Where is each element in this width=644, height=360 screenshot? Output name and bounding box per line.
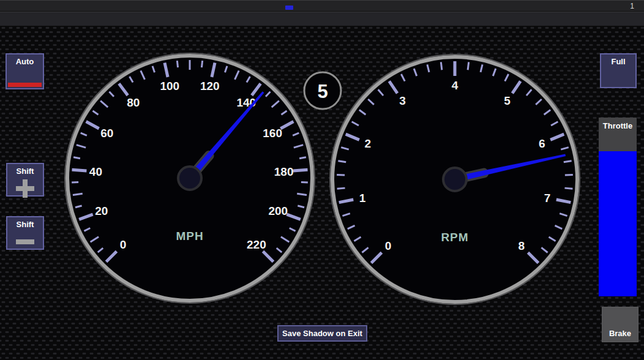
speedometer-scale-number: 80 [127,96,140,109]
tachometer-scale-number: 6 [539,137,545,150]
tachometer-needle [454,151,566,184]
status-counter: 1 [630,1,634,11]
speedometer-scale-number: 120 [200,80,220,92]
tachometer-scale-number: 5 [504,94,511,107]
shift-down-button[interactable]: Shift [6,216,44,250]
full-button-label: Full [601,57,635,66]
gear-value: 5 [317,81,328,102]
tachometer-scale-number: 3 [399,94,406,107]
tachometer-scale-number: 4 [452,79,459,92]
speedometer-scale-number: 180 [274,165,294,178]
throttle-bar[interactable]: Throttle [599,118,637,296]
speedometer-scale-number: 220 [247,238,266,251]
auto-button-label: Auto [7,57,43,66]
brake-button-label: Brake [602,329,638,338]
shift-up-button[interactable]: Shift [6,163,44,197]
speedometer-scale-number: 60 [100,127,113,140]
shift-up-label: Shift [7,167,43,176]
auto-active-indicator [8,83,42,87]
tachometer-scale-number: 2 [364,137,371,150]
status-bar: 1 [0,0,644,12]
full-button[interactable]: Full [600,53,637,88]
speedometer-scale-number: 140 [236,96,256,109]
tachometer-unit-label: RPM [441,231,468,244]
tachometer-scale-number: 7 [544,192,551,204]
gear-indicator: 5 [304,72,341,109]
tachometer-hub [443,168,466,191]
tachometer-scale-number: 1 [359,192,366,204]
speedometer-gauge: 020406080100120140160180200220MPH [65,53,315,303]
throttle-label: Throttle [599,121,637,130]
brake-button[interactable]: Brake [602,307,638,342]
speedometer-hub [178,167,201,190]
save-shadow-button[interactable]: Save Shadow on Exit [277,325,367,342]
notification-indicator-icon [285,6,293,10]
shift-down-label: Shift [7,220,43,229]
speedometer-scale-number: 160 [263,127,282,140]
plus-icon [16,179,34,198]
minus-icon [16,239,34,244]
speedometer-scale-number: 20 [95,204,108,217]
speedometer-scale-number: 0 [120,238,127,251]
tachometer-gauge: 012345678RPM [330,54,580,304]
title-bar [0,12,644,26]
tachometer-scale-number: 8 [519,239,525,252]
tachometer-scale-number: 0 [385,239,392,252]
auto-button[interactable]: Auto [6,53,44,89]
speedometer-needle [186,89,267,181]
gauge-canvas: 020406080100120140160180200220MPH0123456… [0,0,644,360]
speedometer-scale-number: 200 [268,204,288,217]
throttle-fill [599,151,637,296]
speedometer-unit-label: MPH [176,230,203,242]
speedometer-scale-number: 100 [160,80,179,92]
speedometer-scale-number: 40 [89,165,102,178]
dashboard-app: 1 020406080100120140160180200220MPH01234… [0,0,644,360]
